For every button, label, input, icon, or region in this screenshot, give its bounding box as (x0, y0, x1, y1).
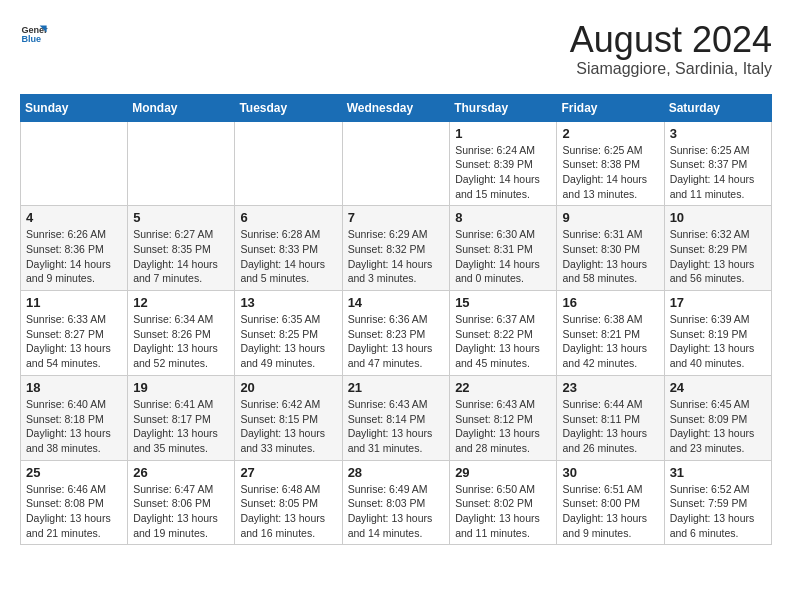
day-number: 28 (348, 465, 445, 480)
calendar-cell: 24Sunrise: 6:45 AMSunset: 8:09 PMDayligh… (664, 375, 771, 460)
day-number: 4 (26, 210, 122, 225)
header-row: SundayMondayTuesdayWednesdayThursdayFrid… (21, 94, 772, 121)
day-number: 1 (455, 126, 551, 141)
calendar-week-row: 4Sunrise: 6:26 AMSunset: 8:36 PMDaylight… (21, 206, 772, 291)
day-number: 2 (562, 126, 658, 141)
day-info: Sunrise: 6:29 AMSunset: 8:32 PMDaylight:… (348, 227, 445, 286)
day-of-week-header: Saturday (664, 94, 771, 121)
day-of-week-header: Monday (128, 94, 235, 121)
day-info: Sunrise: 6:32 AMSunset: 8:29 PMDaylight:… (670, 227, 766, 286)
calendar-cell: 23Sunrise: 6:44 AMSunset: 8:11 PMDayligh… (557, 375, 664, 460)
day-info: Sunrise: 6:45 AMSunset: 8:09 PMDaylight:… (670, 397, 766, 456)
calendar-week-row: 18Sunrise: 6:40 AMSunset: 8:18 PMDayligh… (21, 375, 772, 460)
day-number: 13 (240, 295, 336, 310)
calendar-cell: 19Sunrise: 6:41 AMSunset: 8:17 PMDayligh… (128, 375, 235, 460)
calendar-cell: 15Sunrise: 6:37 AMSunset: 8:22 PMDayligh… (450, 291, 557, 376)
day-number: 10 (670, 210, 766, 225)
day-info: Sunrise: 6:51 AMSunset: 8:00 PMDaylight:… (562, 482, 658, 541)
day-number: 15 (455, 295, 551, 310)
calendar-cell: 3Sunrise: 6:25 AMSunset: 8:37 PMDaylight… (664, 121, 771, 206)
calendar-body: 1Sunrise: 6:24 AMSunset: 8:39 PMDaylight… (21, 121, 772, 545)
day-info: Sunrise: 6:30 AMSunset: 8:31 PMDaylight:… (455, 227, 551, 286)
calendar-cell: 6Sunrise: 6:28 AMSunset: 8:33 PMDaylight… (235, 206, 342, 291)
day-info: Sunrise: 6:27 AMSunset: 8:35 PMDaylight:… (133, 227, 229, 286)
calendar-cell: 16Sunrise: 6:38 AMSunset: 8:21 PMDayligh… (557, 291, 664, 376)
calendar-cell: 21Sunrise: 6:43 AMSunset: 8:14 PMDayligh… (342, 375, 450, 460)
sub-title: Siamaggiore, Sardinia, Italy (570, 60, 772, 78)
day-info: Sunrise: 6:52 AMSunset: 7:59 PMDaylight:… (670, 482, 766, 541)
day-number: 18 (26, 380, 122, 395)
day-info: Sunrise: 6:43 AMSunset: 8:12 PMDaylight:… (455, 397, 551, 456)
calendar-cell: 28Sunrise: 6:49 AMSunset: 8:03 PMDayligh… (342, 460, 450, 545)
day-number: 12 (133, 295, 229, 310)
calendar-cell: 29Sunrise: 6:50 AMSunset: 8:02 PMDayligh… (450, 460, 557, 545)
logo: General Blue (20, 20, 48, 48)
day-info: Sunrise: 6:24 AMSunset: 8:39 PMDaylight:… (455, 143, 551, 202)
day-info: Sunrise: 6:40 AMSunset: 8:18 PMDaylight:… (26, 397, 122, 456)
day-number: 9 (562, 210, 658, 225)
day-info: Sunrise: 6:41 AMSunset: 8:17 PMDaylight:… (133, 397, 229, 456)
calendar-cell (342, 121, 450, 206)
day-info: Sunrise: 6:26 AMSunset: 8:36 PMDaylight:… (26, 227, 122, 286)
day-number: 19 (133, 380, 229, 395)
day-number: 6 (240, 210, 336, 225)
day-info: Sunrise: 6:39 AMSunset: 8:19 PMDaylight:… (670, 312, 766, 371)
calendar-cell: 1Sunrise: 6:24 AMSunset: 8:39 PMDaylight… (450, 121, 557, 206)
calendar-cell (21, 121, 128, 206)
day-number: 23 (562, 380, 658, 395)
day-info: Sunrise: 6:38 AMSunset: 8:21 PMDaylight:… (562, 312, 658, 371)
general-blue-icon: General Blue (20, 20, 48, 48)
calendar-cell: 10Sunrise: 6:32 AMSunset: 8:29 PMDayligh… (664, 206, 771, 291)
day-number: 3 (670, 126, 766, 141)
day-info: Sunrise: 6:48 AMSunset: 8:05 PMDaylight:… (240, 482, 336, 541)
day-info: Sunrise: 6:47 AMSunset: 8:06 PMDaylight:… (133, 482, 229, 541)
calendar: SundayMondayTuesdayWednesdayThursdayFrid… (20, 94, 772, 546)
calendar-cell: 11Sunrise: 6:33 AMSunset: 8:27 PMDayligh… (21, 291, 128, 376)
day-number: 21 (348, 380, 445, 395)
calendar-cell: 18Sunrise: 6:40 AMSunset: 8:18 PMDayligh… (21, 375, 128, 460)
calendar-cell: 5Sunrise: 6:27 AMSunset: 8:35 PMDaylight… (128, 206, 235, 291)
calendar-cell: 13Sunrise: 6:35 AMSunset: 8:25 PMDayligh… (235, 291, 342, 376)
day-of-week-header: Tuesday (235, 94, 342, 121)
calendar-cell: 26Sunrise: 6:47 AMSunset: 8:06 PMDayligh… (128, 460, 235, 545)
day-info: Sunrise: 6:33 AMSunset: 8:27 PMDaylight:… (26, 312, 122, 371)
calendar-cell: 25Sunrise: 6:46 AMSunset: 8:08 PMDayligh… (21, 460, 128, 545)
calendar-cell: 4Sunrise: 6:26 AMSunset: 8:36 PMDaylight… (21, 206, 128, 291)
day-info: Sunrise: 6:37 AMSunset: 8:22 PMDaylight:… (455, 312, 551, 371)
calendar-week-row: 11Sunrise: 6:33 AMSunset: 8:27 PMDayligh… (21, 291, 772, 376)
day-number: 16 (562, 295, 658, 310)
calendar-cell: 17Sunrise: 6:39 AMSunset: 8:19 PMDayligh… (664, 291, 771, 376)
title-area: August 2024 Siamaggiore, Sardinia, Italy (570, 20, 772, 78)
day-info: Sunrise: 6:34 AMSunset: 8:26 PMDaylight:… (133, 312, 229, 371)
day-number: 5 (133, 210, 229, 225)
day-number: 30 (562, 465, 658, 480)
calendar-cell (235, 121, 342, 206)
calendar-cell: 14Sunrise: 6:36 AMSunset: 8:23 PMDayligh… (342, 291, 450, 376)
calendar-cell: 27Sunrise: 6:48 AMSunset: 8:05 PMDayligh… (235, 460, 342, 545)
day-number: 27 (240, 465, 336, 480)
day-info: Sunrise: 6:25 AMSunset: 8:37 PMDaylight:… (670, 143, 766, 202)
day-of-week-header: Sunday (21, 94, 128, 121)
day-number: 11 (26, 295, 122, 310)
day-number: 8 (455, 210, 551, 225)
day-info: Sunrise: 6:25 AMSunset: 8:38 PMDaylight:… (562, 143, 658, 202)
day-info: Sunrise: 6:31 AMSunset: 8:30 PMDaylight:… (562, 227, 658, 286)
day-of-week-header: Friday (557, 94, 664, 121)
calendar-header: SundayMondayTuesdayWednesdayThursdayFrid… (21, 94, 772, 121)
calendar-cell: 7Sunrise: 6:29 AMSunset: 8:32 PMDaylight… (342, 206, 450, 291)
day-info: Sunrise: 6:36 AMSunset: 8:23 PMDaylight:… (348, 312, 445, 371)
calendar-cell (128, 121, 235, 206)
day-number: 24 (670, 380, 766, 395)
day-info: Sunrise: 6:43 AMSunset: 8:14 PMDaylight:… (348, 397, 445, 456)
day-info: Sunrise: 6:44 AMSunset: 8:11 PMDaylight:… (562, 397, 658, 456)
header: General Blue August 2024 Siamaggiore, Sa… (20, 20, 772, 78)
day-of-week-header: Wednesday (342, 94, 450, 121)
calendar-cell: 12Sunrise: 6:34 AMSunset: 8:26 PMDayligh… (128, 291, 235, 376)
calendar-cell: 31Sunrise: 6:52 AMSunset: 7:59 PMDayligh… (664, 460, 771, 545)
day-info: Sunrise: 6:42 AMSunset: 8:15 PMDaylight:… (240, 397, 336, 456)
calendar-cell: 2Sunrise: 6:25 AMSunset: 8:38 PMDaylight… (557, 121, 664, 206)
day-number: 26 (133, 465, 229, 480)
day-info: Sunrise: 6:35 AMSunset: 8:25 PMDaylight:… (240, 312, 336, 371)
day-info: Sunrise: 6:50 AMSunset: 8:02 PMDaylight:… (455, 482, 551, 541)
calendar-cell: 30Sunrise: 6:51 AMSunset: 8:00 PMDayligh… (557, 460, 664, 545)
